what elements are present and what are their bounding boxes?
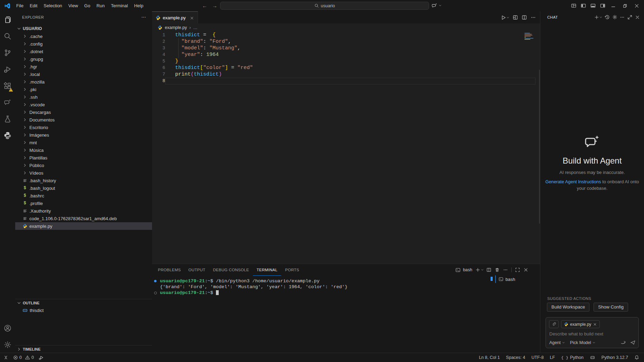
explorer-item-descargas[interactable]: Descargas (15, 108, 152, 116)
remove-attachment-icon[interactable] (593, 322, 597, 326)
breadcrumb-file[interactable]: example.py (165, 25, 187, 30)
eol-sequence[interactable]: LF (550, 355, 555, 360)
panel-tab-terminal[interactable]: TERMINAL (253, 264, 282, 276)
explorer-item--mozilla[interactable]: .mozilla (15, 78, 152, 86)
menu-go[interactable]: Go (81, 0, 93, 11)
send-icon[interactable] (630, 340, 636, 345)
run-and-debug-icon[interactable] (0, 61, 15, 78)
panel-tab-debug-console[interactable]: DEBUG CONSOLE (209, 264, 253, 276)
notifications-bell-icon[interactable] (634, 355, 639, 360)
new-chat-dropdown-icon[interactable] (598, 13, 603, 21)
chat-title[interactable]: CHAT (547, 15, 558, 19)
voice-chat-icon[interactable] (621, 340, 626, 345)
chat-sidebar-icon[interactable] (0, 94, 15, 111)
breadcrumb-more[interactable]: … (193, 25, 198, 30)
explorer-item-m-sica[interactable]: Música (15, 146, 152, 154)
terminal-dropdown-chevron-icon[interactable] (480, 265, 485, 274)
testing-icon[interactable] (0, 111, 15, 127)
forward-arrow-icon[interactable]: → (212, 3, 217, 9)
explorer-item--local[interactable]: .local (15, 70, 152, 78)
editor-layout-icon[interactable] (511, 12, 520, 23)
customize-layout-icon[interactable] (569, 0, 578, 11)
build-workspace-button[interactable]: Build Workspace (547, 303, 589, 312)
explorer-item--profile[interactable]: $.profile (15, 199, 152, 207)
copilot-status-icon[interactable] (590, 355, 595, 360)
indentation[interactable]: Spaces: 4 (506, 355, 525, 360)
settings-gear-icon[interactable] (0, 336, 15, 353)
close-tab-icon[interactable] (190, 15, 194, 20)
accounts-icon[interactable] (0, 320, 15, 336)
menu-file[interactable]: File (13, 0, 27, 11)
explorer-item--bash-logout[interactable]: $.bash_logout (15, 184, 152, 192)
panel-tab-output[interactable]: OUTPUT (184, 264, 209, 276)
editor-more-actions-icon[interactable] (529, 12, 538, 23)
pick-model-dropdown[interactable]: Pick Model (570, 340, 596, 345)
python-interpreter[interactable]: Python 3.12.7 (602, 355, 628, 360)
toggle-secondary-sidebar-icon[interactable] (598, 0, 607, 11)
tab-example-py[interactable]: example.py (152, 11, 198, 23)
close-window-button[interactable] (631, 0, 643, 11)
problems-status[interactable]: 0 0 (13, 355, 34, 360)
explorer-item--ssh[interactable]: .ssh (15, 93, 152, 101)
chat-input-placeholder[interactable]: Describe what to build next (549, 331, 638, 336)
copilot-titlebar-button[interactable] (432, 1, 442, 10)
close-chat-icon[interactable] (634, 13, 641, 21)
python-extension-icon[interactable] (0, 127, 15, 144)
attached-file-chip[interactable]: example.py (561, 320, 600, 328)
panel-tab-problems[interactable]: PROBLEMS (154, 264, 184, 276)
agent-mode-dropdown[interactable]: Agent (549, 340, 565, 345)
breadcrumb[interactable]: example.py › … (152, 23, 540, 32)
maximize-chat-icon[interactable] (626, 13, 634, 21)
code-editor[interactable]: 1thisdict = {2 "brand": "Ford",3 "model"… (152, 32, 540, 264)
language-mode[interactable]: { } Python (561, 355, 584, 360)
restore-button[interactable] (619, 0, 631, 11)
terminal-shell-label[interactable]: bash (463, 267, 472, 272)
remote-indicator-icon[interactable] (3, 355, 8, 360)
explorer-item-im-genes[interactable]: Imágenes (15, 131, 152, 139)
explorer-item-documentos[interactable]: Documentos (15, 116, 152, 124)
cursor-position[interactable]: Ln 8, Col 1 (479, 355, 500, 360)
explorer-item--config[interactable]: .config (15, 40, 152, 48)
minimap[interactable] (524, 33, 535, 40)
explorer-item-p-blico[interactable]: Público (15, 162, 152, 169)
explorer-item-mnt[interactable]: mnt (15, 139, 152, 146)
split-terminal-icon[interactable] (485, 265, 493, 274)
terminal-output[interactable]: usuario@pc179-21:~$ /bin/python3 /home/u… (152, 278, 489, 296)
explorer-item--cache[interactable]: .cache (15, 32, 152, 40)
explorer-item--dotnet[interactable]: .dotnet (15, 48, 152, 55)
split-editor-icon[interactable] (520, 12, 529, 23)
explorer-item-plantillas[interactable]: Plantillas (15, 154, 152, 162)
panel-more-actions-icon[interactable] (501, 265, 510, 274)
generate-agent-instructions-link[interactable]: Generate Agent Instructions (545, 179, 601, 184)
encoding[interactable]: UTF-8 (531, 355, 543, 360)
explorer-item--xauthority[interactable]: .Xauthority (15, 207, 152, 215)
explorer-item--bash-history[interactable]: .bash_history (15, 177, 152, 184)
menu-help[interactable]: Help (131, 0, 146, 11)
menu-terminal[interactable]: Terminal (108, 0, 131, 11)
explorer-item--hgr[interactable]: .hgr (15, 63, 152, 70)
explorer-item-code-1-106-0-1762878362sar1-amd64-deb[interactable]: code_1.106.0-1762878362sar1_amd64.deb (15, 215, 152, 222)
extensions-icon[interactable] (0, 78, 15, 94)
explorer-item--pki[interactable]: .pki (15, 86, 152, 93)
command-center-search[interactable]: usuario (220, 2, 429, 10)
explorer-item-escritorio[interactable]: Escritorio (15, 124, 152, 131)
maximize-panel-icon[interactable] (513, 265, 522, 274)
explorer-icon[interactable] (0, 11, 15, 28)
toggle-primary-sidebar-icon[interactable] (578, 0, 588, 11)
toggle-panel-icon[interactable] (588, 0, 598, 11)
terminal-tab-bash[interactable]: bash (495, 275, 540, 283)
run-dropdown-chevron-icon[interactable] (505, 12, 511, 23)
configure-chat-gear-icon[interactable] (611, 13, 618, 21)
explorer-more-actions[interactable]: ⋯ (141, 14, 146, 20)
chat-history-icon[interactable] (603, 13, 611, 21)
menu-view[interactable]: View (65, 0, 81, 11)
menu-edit[interactable]: Edit (27, 0, 40, 11)
chat-input-box[interactable]: example.py Describe what to build next A… (546, 317, 639, 348)
explorer-item-v-deos[interactable]: Vídeos (15, 169, 152, 177)
source-control-icon[interactable] (0, 45, 15, 61)
debug-status-icon[interactable] (39, 355, 44, 360)
timeline-section-header[interactable]: TIMELINE (15, 345, 152, 353)
explorer-item--gnupg[interactable]: .gnupg (15, 55, 152, 63)
menu-selection[interactable]: Selection (40, 0, 65, 11)
explorer-section-header[interactable]: USUARIO (15, 25, 152, 32)
